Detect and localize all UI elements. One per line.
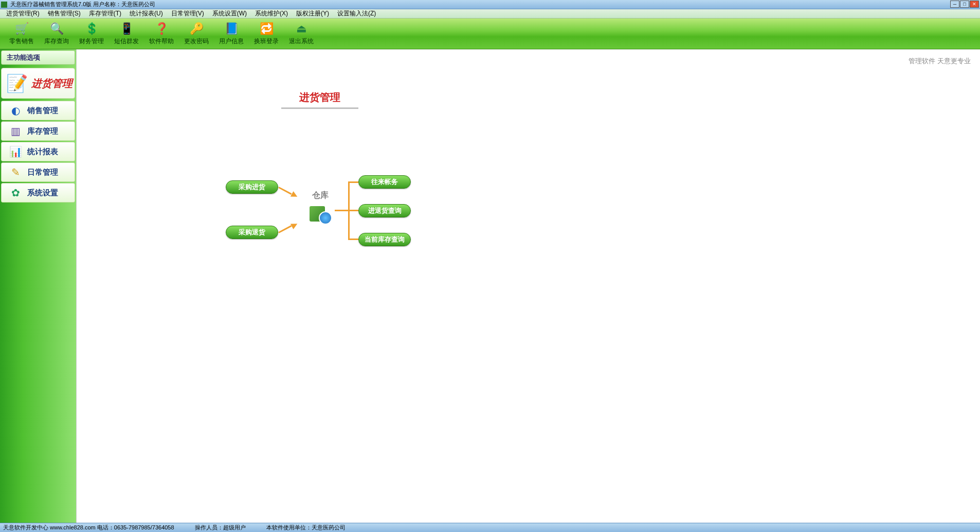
connector-line: [335, 210, 349, 211]
sidebar-settings-icon: ✿: [9, 186, 22, 199]
menu-item-2[interactable]: 库存管理(T): [85, 9, 125, 18]
connector-line: [278, 187, 292, 195]
sidebar-inventory-icon: ▥: [9, 124, 22, 138]
sidebar-reports-icon: 📊: [9, 145, 22, 158]
menu-item-4[interactable]: 日常管理(V): [167, 9, 208, 18]
close-button[interactable]: ✕: [970, 1, 979, 8]
sidebar-active-label: 进货管理: [31, 77, 72, 90]
maximize-button[interactable]: □: [960, 1, 969, 8]
menu-item-6[interactable]: 系统维护(X): [251, 9, 292, 18]
menu-item-1[interactable]: 销售管理(S): [44, 9, 85, 18]
arrow-icon: [291, 191, 299, 199]
toolbar-label: 更改密码: [184, 37, 209, 46]
main-area: 主功能选项 📝 进货管理 ◐销售管理▥库存管理📊统计报表✎日常管理✿系统设置 管…: [0, 49, 980, 523]
warehouse-node: 仓库: [307, 190, 333, 226]
minimize-button[interactable]: ─: [950, 1, 959, 8]
window-controls: ─ □ ✕: [950, 1, 979, 8]
menu-item-3[interactable]: 统计报表(U): [125, 9, 167, 18]
nav-label: 统计报表: [27, 147, 58, 157]
finance-button[interactable]: 💲财务管理: [74, 20, 109, 48]
shift-button[interactable]: 🔁换班登录: [249, 20, 284, 48]
app-icon: [1, 2, 7, 8]
retail-sales-icon: 🛒: [14, 22, 29, 36]
status-unit: 本软件使用单位：天意医药公司: [266, 524, 346, 531]
status-company: 天意软件开发中心 www.chle828.com 电话：0635-7987985…: [3, 524, 174, 531]
toolbar-label: 换班登录: [254, 37, 279, 46]
window-title: 天意医疗器械销售管理系统7.0版 用户名称：天意医药公司: [10, 1, 155, 8]
purchase-return-button[interactable]: 采购退货: [226, 226, 278, 239]
purchase-in-button[interactable]: 采购进货: [226, 180, 278, 194]
titlebar: 天意医疗器械销售管理系统7.0版 用户名称：天意医药公司 ─ □ ✕: [0, 0, 980, 9]
in-return-query-button[interactable]: 进退货查询: [358, 204, 411, 217]
statusbar: 天意软件开发中心 www.chle828.com 电话：0635-7987985…: [0, 523, 980, 532]
slogan-text: 管理软件 天意更专业: [909, 57, 971, 66]
password-icon: 🔑: [189, 22, 204, 36]
toolbar-label: 库存查询: [44, 37, 69, 46]
inventory-query-button[interactable]: 🔍库存查询: [39, 20, 74, 48]
sidebar-settings[interactable]: ✿系统设置: [1, 183, 75, 203]
sidebar: 主功能选项 📝 进货管理 ◐销售管理▥库存管理📊统计报表✎日常管理✿系统设置: [0, 49, 76, 523]
current-stock-button[interactable]: 当前库存查询: [358, 233, 411, 246]
toolbar-label: 退出系统: [289, 37, 314, 46]
menubar: 进货管理(R)销售管理(S)库存管理(T)统计报表(U)日常管理(V)系统设置(…: [0, 9, 980, 19]
menu-item-5[interactable]: 系统设置(W): [208, 9, 251, 18]
sidebar-active-purchase[interactable]: 📝 进货管理: [1, 68, 75, 99]
sidebar-daily[interactable]: ✎日常管理: [1, 162, 75, 182]
status-operator: 操作人员：超级用户: [195, 524, 246, 531]
accounts-button[interactable]: 往来帐务: [358, 175, 411, 189]
menu-item-7[interactable]: 版权注册(Y): [292, 9, 333, 18]
toolbar-label: 软件帮助: [149, 37, 174, 46]
nav-label: 库存管理: [27, 126, 58, 136]
panel-title: 进货管理: [281, 90, 358, 109]
sms-icon: 📱: [119, 22, 134, 36]
sidebar-daily-icon: ✎: [9, 166, 22, 179]
tools-icon: 📝: [6, 72, 28, 95]
exit-icon: ⏏: [294, 22, 308, 36]
toolbar-label: 零售销售: [9, 37, 34, 46]
finance-icon: 💲: [84, 22, 99, 36]
connector-line: [348, 181, 358, 183]
password-button[interactable]: 🔑更改密码: [179, 20, 214, 48]
nav-label: 日常管理: [27, 168, 58, 177]
inventory-query-icon: 🔍: [49, 22, 64, 36]
exit-button[interactable]: ⏏退出系统: [284, 20, 319, 48]
sms-button[interactable]: 📱短信群发: [109, 20, 144, 48]
sidebar-reports[interactable]: 📊统计报表: [1, 142, 75, 161]
toolbar: 🛒零售销售🔍库存查询💲财务管理📱短信群发❓软件帮助🔑更改密码📘用户信息🔁换班登录…: [0, 19, 980, 49]
menu-item-0[interactable]: 进货管理(R): [2, 9, 44, 18]
toolbar-label: 财务管理: [79, 37, 104, 46]
connector-line: [348, 239, 358, 240]
toolbar-label: 短信群发: [114, 37, 139, 46]
shift-icon: 🔁: [259, 22, 274, 36]
sidebar-inventory[interactable]: ▥库存管理: [1, 121, 75, 141]
connector-line: [348, 210, 358, 211]
warehouse-label: 仓库: [307, 190, 333, 201]
retail-sales-button[interactable]: 🛒零售销售: [4, 20, 39, 48]
help-icon: ❓: [154, 22, 169, 36]
connector-line: [278, 225, 292, 233]
arrow-icon: [291, 221, 299, 229]
toolbar-label: 用户信息: [219, 37, 244, 46]
sidebar-sales-icon: ◐: [9, 104, 22, 117]
userinfo-icon: 📘: [224, 22, 239, 36]
menu-item-8[interactable]: 设置输入法(Z): [333, 9, 380, 18]
warehouse-icon: [308, 203, 332, 226]
nav-label: 系统设置: [27, 188, 58, 198]
content-panel: 管理软件 天意更专业 进货管理 采购进货 采购退货 往来帐务 进退货查询 当前库…: [76, 49, 980, 523]
sidebar-sales[interactable]: ◐销售管理: [1, 101, 75, 120]
sidebar-header: 主功能选项: [1, 50, 75, 65]
help-button[interactable]: ❓软件帮助: [144, 20, 179, 48]
userinfo-button[interactable]: 📘用户信息: [214, 20, 249, 48]
nav-label: 销售管理: [27, 106, 58, 116]
